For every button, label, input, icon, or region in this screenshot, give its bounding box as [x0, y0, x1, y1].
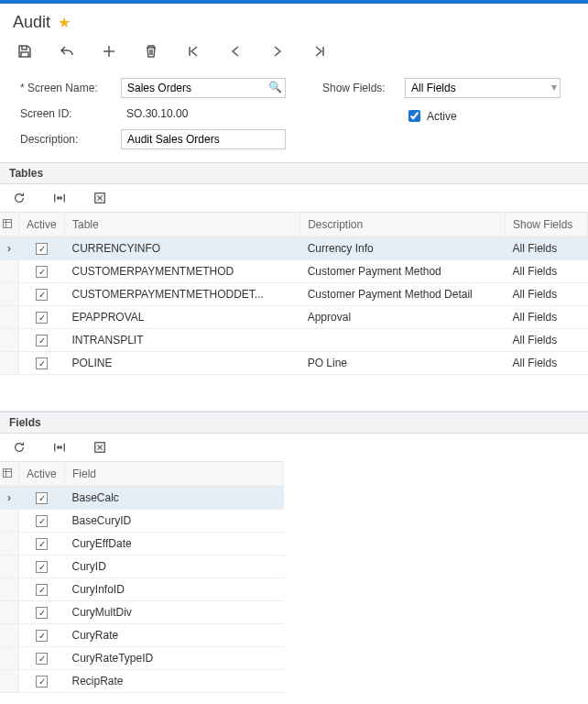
- table-row[interactable]: CuryRateTypeID: [0, 647, 284, 670]
- export-icon[interactable]: [92, 190, 108, 206]
- row-field-name: CuryEffDate: [65, 533, 284, 556]
- row-active-checkbox[interactable]: [36, 538, 48, 550]
- row-field-name: RecipRate: [65, 670, 284, 693]
- row-menu-header[interactable]: [0, 213, 19, 237]
- save-icon[interactable]: [16, 43, 33, 60]
- row-show-fields: All Fields: [506, 237, 588, 260]
- undo-icon[interactable]: [59, 43, 75, 60]
- row-field-name: BaseCalc: [65, 487, 284, 510]
- row-selector[interactable]: [0, 352, 19, 375]
- table-row[interactable]: CuryEffDate: [0, 533, 284, 556]
- tables-col-showfields[interactable]: Show Fields: [506, 213, 588, 237]
- table-row[interactable]: ›CURRENCYINFOCurrency InfoAll Fields: [0, 237, 588, 260]
- description-input[interactable]: [121, 129, 286, 149]
- screen-name-label: Screen Name:: [20, 82, 112, 94]
- table-row[interactable]: CuryRate: [0, 624, 284, 647]
- row-active-checkbox[interactable]: [36, 289, 48, 301]
- row-active-checkbox[interactable]: [36, 561, 48, 573]
- table-row[interactable]: CUSTOMERPAYMENTMETHODCustomer Payment Me…: [0, 260, 588, 283]
- row-description: Customer Payment Method Detail: [300, 283, 506, 306]
- row-table-name: CURRENCYINFO: [65, 237, 300, 260]
- table-row[interactable]: CuryInfoID: [0, 578, 284, 601]
- row-selector[interactable]: [0, 556, 19, 578]
- row-selector[interactable]: [0, 283, 19, 306]
- svg-rect-1: [4, 219, 12, 227]
- row-selector[interactable]: [0, 329, 19, 352]
- tables-col-description[interactable]: Description: [300, 213, 506, 237]
- refresh-icon[interactable]: [11, 190, 27, 206]
- row-active-checkbox[interactable]: [36, 630, 48, 642]
- row-field-name: CuryMultDiv: [65, 601, 284, 624]
- row-selector[interactable]: [0, 510, 19, 533]
- row-active-checkbox[interactable]: [36, 676, 48, 688]
- row-selector[interactable]: [0, 624, 19, 647]
- export-icon[interactable]: [92, 439, 108, 456]
- row-description: PO Line: [300, 352, 506, 375]
- table-row[interactable]: CuryID: [0, 556, 284, 578]
- row-selector[interactable]: ›: [0, 487, 19, 510]
- prev-icon[interactable]: [227, 43, 244, 60]
- add-icon[interactable]: [101, 43, 117, 60]
- row-selector[interactable]: [0, 578, 19, 601]
- screen-id-value: SO.30.10.00: [121, 107, 188, 120]
- row-menu-header[interactable]: [0, 462, 19, 487]
- table-row[interactable]: EPAPPROVALApprovalAll Fields: [0, 306, 588, 329]
- row-active-checkbox[interactable]: [36, 266, 48, 278]
- fields-grid-toolbar: [0, 434, 588, 461]
- row-selector[interactable]: [0, 306, 19, 329]
- row-active-checkbox[interactable]: [36, 584, 48, 596]
- row-description: Approval: [300, 306, 506, 329]
- row-active-checkbox[interactable]: [36, 335, 48, 346]
- row-selector[interactable]: [0, 533, 19, 556]
- show-fields-select[interactable]: [405, 78, 561, 98]
- row-table-name: EPAPPROVAL: [65, 306, 300, 329]
- refresh-icon[interactable]: [11, 439, 27, 456]
- fit-columns-icon[interactable]: [51, 190, 68, 206]
- row-active-checkbox[interactable]: [36, 312, 48, 324]
- row-selector[interactable]: ›: [0, 237, 19, 260]
- row-show-fields: All Fields: [506, 260, 588, 283]
- favorite-star-icon[interactable]: ★: [58, 16, 71, 30]
- table-row[interactable]: ›BaseCalc: [0, 487, 284, 510]
- row-selector[interactable]: [0, 670, 19, 693]
- row-description: [300, 329, 506, 352]
- row-active-checkbox[interactable]: [36, 492, 48, 504]
- tables-col-active[interactable]: Active: [19, 213, 65, 237]
- screen-name-input[interactable]: [121, 78, 286, 98]
- row-selector[interactable]: [0, 647, 19, 670]
- row-table-name: CUSTOMERPAYMENTMETHODDET...: [65, 283, 300, 306]
- row-active-checkbox[interactable]: [36, 653, 48, 665]
- screen-id-label: Screen ID:: [20, 107, 112, 120]
- description-label: Description:: [20, 133, 112, 146]
- next-icon[interactable]: [269, 43, 286, 60]
- row-selector[interactable]: [0, 601, 19, 624]
- row-selector[interactable]: [0, 260, 19, 283]
- table-row[interactable]: CuryMultDiv: [0, 601, 284, 624]
- first-icon[interactable]: [185, 43, 201, 60]
- row-active-checkbox[interactable]: [36, 607, 48, 619]
- tables-grid-toolbar: [0, 184, 588, 212]
- tables-col-table[interactable]: Table: [65, 213, 300, 237]
- row-show-fields: All Fields: [506, 352, 588, 375]
- table-row[interactable]: INTRANSPLITAll Fields: [0, 329, 588, 352]
- row-active-checkbox[interactable]: [36, 243, 48, 255]
- fields-col-active[interactable]: Active: [19, 462, 65, 487]
- row-table-name: CUSTOMERPAYMENTMETHOD: [65, 260, 300, 283]
- active-checkbox[interactable]: [408, 110, 420, 122]
- delete-icon[interactable]: [143, 43, 159, 60]
- row-active-checkbox[interactable]: [36, 358, 48, 369]
- last-icon[interactable]: [311, 43, 328, 60]
- row-field-name: CuryRate: [65, 624, 284, 647]
- table-row[interactable]: POLINEPO LineAll Fields: [0, 352, 588, 375]
- row-field-name: BaseCuryID: [65, 510, 284, 533]
- row-active-checkbox[interactable]: [36, 515, 48, 527]
- row-field-name: CuryID: [65, 556, 284, 578]
- table-row[interactable]: RecipRate: [0, 670, 284, 693]
- fit-columns-icon[interactable]: [51, 439, 68, 456]
- table-row[interactable]: BaseCuryID: [0, 510, 284, 533]
- row-table-name: POLINE: [65, 352, 300, 375]
- svg-rect-3: [4, 468, 12, 477]
- main-toolbar: [0, 38, 588, 69]
- fields-col-field[interactable]: Field: [65, 462, 284, 487]
- table-row[interactable]: CUSTOMERPAYMENTMETHODDET...Customer Paym…: [0, 283, 588, 306]
